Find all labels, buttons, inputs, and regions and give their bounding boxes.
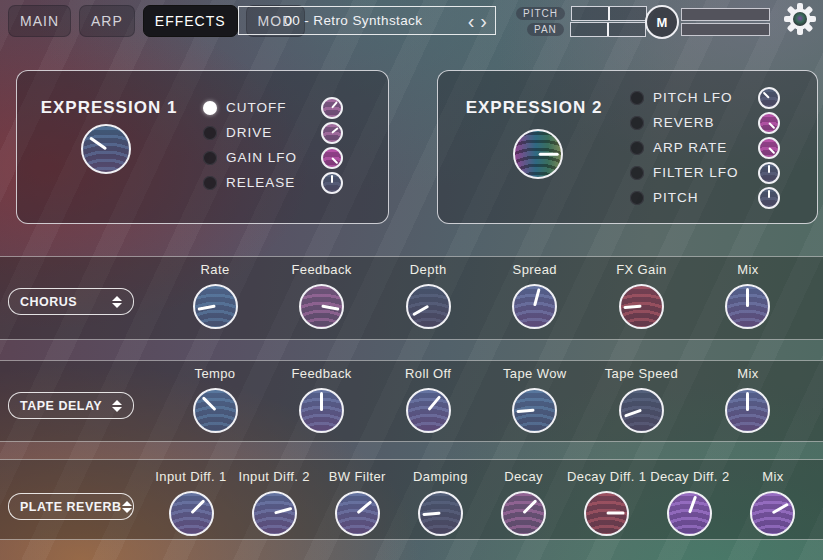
target-knob-filter-lfo[interactable] bbox=[758, 162, 780, 184]
target-knob-pitch-lfo[interactable] bbox=[758, 87, 780, 109]
fx-knob-roll-off[interactable] bbox=[406, 388, 451, 433]
knob-pointer bbox=[320, 392, 323, 410]
fx-knob-group-input-diff-2: Input Diff. 2 bbox=[234, 469, 314, 536]
fx-knob-group-decay-diff-1: Decay Diff. 1 bbox=[567, 469, 647, 536]
fx-knob-input-diff-1[interactable] bbox=[169, 491, 214, 536]
radio-gain-lfo[interactable] bbox=[203, 151, 217, 165]
target-knob-arp-rate[interactable] bbox=[758, 137, 780, 159]
pitch-slider-handle[interactable] bbox=[608, 7, 610, 20]
target-knob-cutoff[interactable] bbox=[321, 97, 343, 119]
preset-selector[interactable]: 00 - Retro Synthstack ‹ › bbox=[238, 6, 496, 35]
fx-slot-2-selector[interactable]: TAPE DELAY bbox=[8, 392, 134, 419]
fx-knob-fx-gain[interactable] bbox=[619, 284, 664, 329]
expression-2-panel: EXPRESSION 2 PITCH LFOREVERBARP RATEFILT… bbox=[437, 70, 818, 224]
knob-pointer bbox=[763, 91, 770, 98]
fx-slot-1-band: CHORUS RateFeedbackDepthSpreadFX GainMix bbox=[0, 256, 823, 340]
target-label-pitch-lfo: PITCH LFO bbox=[653, 90, 749, 105]
gear-icon[interactable] bbox=[783, 2, 817, 36]
radio-filter-lfo[interactable] bbox=[630, 166, 644, 180]
knob-pointer bbox=[772, 503, 789, 515]
expression-target-row: GAIN LFO bbox=[203, 145, 343, 170]
target-knob-reverb[interactable] bbox=[758, 112, 780, 134]
fx-knob-group-feedback: Feedback bbox=[277, 262, 367, 329]
tab-effects[interactable]: EFFECTS bbox=[143, 5, 238, 37]
radio-reverb[interactable] bbox=[630, 116, 644, 130]
target-label-release: RELEASE bbox=[226, 175, 312, 190]
radio-arp-rate[interactable] bbox=[630, 141, 644, 155]
knob-label-mix: Mix bbox=[737, 262, 758, 278]
target-knob-pitch[interactable] bbox=[758, 187, 780, 209]
level-meter-bottom bbox=[681, 23, 770, 36]
knob-label-input-diff-1: Input Diff. 1 bbox=[155, 469, 226, 485]
preset-name: 00 - Retro Synthstack bbox=[239, 13, 468, 28]
fx-knob-damping[interactable] bbox=[418, 491, 463, 536]
target-label-drive: DRIVE bbox=[226, 125, 312, 140]
pitch-slider[interactable] bbox=[571, 6, 647, 21]
fx-knob-group-spread: Spread bbox=[490, 262, 580, 329]
knob-pointer bbox=[768, 165, 770, 173]
fx-slot-1-selector[interactable]: CHORUS bbox=[8, 288, 134, 315]
pan-slider[interactable] bbox=[570, 22, 646, 37]
fx-knob-group-roll-off: Roll Off bbox=[383, 366, 473, 433]
fx-knob-decay-diff-2[interactable] bbox=[667, 491, 712, 536]
fx-knob-mix[interactable] bbox=[750, 491, 795, 536]
target-label-gain-lfo: GAIN LFO bbox=[226, 150, 312, 165]
fx-knob-spread[interactable] bbox=[512, 284, 557, 329]
fx-slot-1-knobs: RateFeedbackDepthSpreadFX GainMix bbox=[170, 262, 793, 329]
knob-label-decay-diff-2: Decay Diff. 2 bbox=[650, 469, 729, 485]
fx-knob-mix[interactable] bbox=[725, 388, 770, 433]
knob-pointer bbox=[274, 507, 292, 515]
expression-target-row: PITCH LFO bbox=[630, 85, 780, 110]
knob-pointer bbox=[746, 392, 749, 410]
knob-pointer bbox=[89, 136, 107, 150]
knob-pointer bbox=[321, 305, 339, 311]
radio-pitch-lfo[interactable] bbox=[630, 91, 644, 105]
fx-knob-bw-filter[interactable] bbox=[335, 491, 380, 536]
fx-knob-group-bw-filter: BW Filter bbox=[317, 469, 397, 536]
radio-drive[interactable] bbox=[203, 126, 217, 140]
fx-knob-rate[interactable] bbox=[193, 284, 238, 329]
tab-arp[interactable]: ARP bbox=[79, 5, 135, 37]
preset-prev-icon[interactable]: ‹ bbox=[468, 9, 475, 33]
knob-label-tempo: Tempo bbox=[194, 366, 235, 382]
fx-knob-feedback[interactable] bbox=[299, 388, 344, 433]
fx-knob-decay[interactable] bbox=[501, 491, 546, 536]
fx-slot-3-selector[interactable]: PLATE REVERB bbox=[8, 493, 134, 520]
fx-slot-2-selector-label: TAPE DELAY bbox=[20, 399, 112, 413]
knob-pointer bbox=[356, 501, 372, 515]
mute-button[interactable]: M bbox=[645, 5, 679, 39]
target-knob-drive[interactable] bbox=[321, 122, 343, 144]
fx-knob-tempo[interactable] bbox=[193, 388, 238, 433]
radio-cutoff[interactable] bbox=[203, 101, 217, 115]
fx-knob-tape-wow[interactable] bbox=[512, 388, 557, 433]
fx-knob-input-diff-2[interactable] bbox=[252, 491, 297, 536]
expression-target-row: REVERB bbox=[630, 110, 780, 135]
knob-pointer bbox=[197, 305, 215, 311]
fx-knob-tape-speed[interactable] bbox=[619, 388, 664, 433]
pitch-row: PITCH bbox=[516, 6, 647, 21]
tab-main[interactable]: MAIN bbox=[8, 5, 71, 37]
radio-pitch[interactable] bbox=[630, 191, 644, 205]
radio-release[interactable] bbox=[203, 176, 217, 190]
level-meter-top bbox=[681, 8, 770, 21]
expression-1-title: EXPRESSION 1 bbox=[24, 98, 194, 118]
expression-1-knob[interactable] bbox=[81, 124, 131, 174]
target-knob-release[interactable] bbox=[321, 172, 343, 194]
preset-next-icon[interactable]: › bbox=[480, 9, 487, 33]
knob-pointer bbox=[517, 409, 535, 414]
fx-knob-group-rate: Rate bbox=[170, 262, 260, 329]
fx-knob-group-decay: Decay bbox=[484, 469, 564, 536]
knob-label-fx-gain: FX Gain bbox=[616, 262, 666, 278]
target-knob-gain-lfo[interactable] bbox=[321, 147, 343, 169]
expression-2-knob[interactable] bbox=[513, 129, 563, 179]
pan-slider-handle[interactable] bbox=[607, 23, 609, 36]
fx-knob-decay-diff-1[interactable] bbox=[584, 491, 629, 536]
knob-label-mix: Mix bbox=[737, 366, 758, 382]
fx-knob-feedback[interactable] bbox=[299, 284, 344, 329]
fx-knob-mix[interactable] bbox=[725, 284, 770, 329]
fx-knob-depth[interactable] bbox=[406, 284, 451, 329]
knob-pointer bbox=[201, 397, 216, 412]
knob-label-feedback: Feedback bbox=[291, 262, 351, 278]
knob-pointer bbox=[331, 101, 338, 108]
fx-slot-2-knobs: TempoFeedbackRoll OffTape WowTape SpeedM… bbox=[170, 366, 793, 433]
